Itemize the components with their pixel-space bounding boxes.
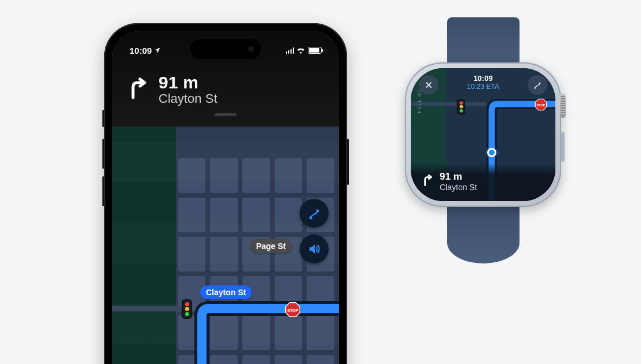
- close-button[interactable]: [419, 75, 439, 95]
- nav-street: Clayton St: [159, 91, 218, 106]
- apple-watch-device: STOP FELL ST PAGE ST 10:09 10:23 ETA: [399, 17, 567, 263]
- watch-case: STOP FELL ST PAGE ST 10:09 10:23 ETA: [405, 62, 561, 207]
- watch-street-page: PAGE ST: [548, 68, 553, 81]
- stop-sign-icon: STOP: [285, 302, 301, 318]
- map-label-clayton-st[interactable]: Clayton St: [200, 285, 252, 299]
- svg-point-3: [316, 210, 319, 213]
- phone-volume-down: [102, 176, 104, 206]
- map-label-page-st[interactable]: Page St: [250, 239, 292, 253]
- nav-distance: 91 m: [159, 73, 218, 92]
- route-overview-button[interactable]: [528, 75, 547, 95]
- location-icon: [154, 46, 161, 55]
- audio-button[interactable]: [300, 235, 329, 263]
- status-time: 10:09: [130, 46, 152, 55]
- iphone-device: 10:09: [104, 23, 347, 364]
- phone-screen: 10:09: [112, 31, 339, 364]
- wifi-icon: [296, 46, 305, 55]
- current-location-dot: [487, 148, 496, 157]
- traffic-light-icon: [458, 100, 464, 114]
- svg-point-7: [539, 83, 541, 84]
- digital-crown: [560, 94, 566, 118]
- phone-side-switch: [102, 110, 104, 127]
- watch-screen: STOP FELL ST PAGE ST 10:09 10:23 ETA: [411, 68, 555, 201]
- svg-text:STOP: STOP: [288, 309, 299, 313]
- stop-sign-icon: STOP: [535, 98, 547, 111]
- watch-eta: 10:23 ETA: [467, 83, 499, 91]
- turn-right-icon: [126, 77, 149, 102]
- watch-side-button: [561, 132, 565, 162]
- watch-nav-distance: 91 m: [440, 171, 477, 183]
- turn-right-icon: [421, 174, 434, 189]
- dynamic-island: [190, 39, 261, 59]
- svg-point-6: [535, 87, 536, 89]
- banner-grabber[interactable]: [215, 113, 237, 116]
- watch-time: 10:09: [467, 74, 499, 83]
- watch-nav-banner[interactable]: 91 m Clayton St: [411, 163, 555, 201]
- watch-band-bottom: [447, 200, 520, 263]
- cellular-icon: [286, 47, 294, 54]
- route-overview-button[interactable]: [300, 199, 329, 228]
- watch-status: 10:09 10:23 ETA: [467, 74, 499, 91]
- watch-nav-street: Clayton St: [440, 183, 477, 192]
- phone-power-button: [347, 139, 349, 185]
- phone-volume-up: [102, 139, 104, 169]
- svg-text:STOP: STOP: [537, 103, 546, 107]
- traffic-light-icon: [183, 300, 191, 318]
- svg-point-2: [310, 217, 312, 220]
- battery-icon: [308, 47, 322, 54]
- watch-street-fell: FELL ST: [417, 89, 422, 113]
- watch-band-top: [447, 17, 520, 69]
